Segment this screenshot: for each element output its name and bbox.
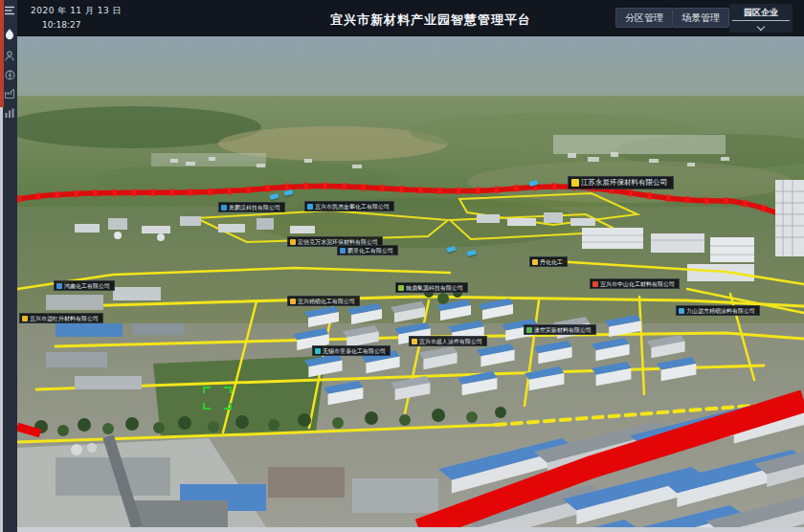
factory-icon[interactable] (4, 88, 15, 100)
company-marker-icon (290, 239, 296, 245)
company-marker-icon (398, 285, 404, 291)
vehicle-marker[interactable] (529, 180, 539, 187)
company-label[interactable]: 澳世荣新材料有限公司 (524, 324, 596, 335)
company-label[interactable]: 无锡市亚泰化工有限公司 (312, 345, 391, 356)
map-3d-view[interactable]: 奥鹏汉科技有限公司宜兴市凯杰金攀化工有限公司宏信克万水泥环保材料有限公司鹏亚化工… (17, 36, 804, 527)
company-label-text: 宜兴市凯杰金攀化工有限公司 (315, 204, 390, 210)
chevron-down-icon (757, 23, 765, 31)
dropdown-divider (732, 20, 790, 21)
company-marker-icon (56, 283, 62, 289)
scene-management-button[interactable]: 场景管理 (672, 8, 729, 28)
company-marker-icon (526, 327, 532, 333)
left-toolbar (0, 0, 17, 532)
company-label-text: 江苏永晨环保材料有限公司 (581, 179, 667, 187)
company-label[interactable]: 江苏永晨环保材料有限公司 (568, 176, 674, 189)
company-marker-icon (315, 348, 321, 354)
company-label-text: 鹏亚化工有限公司 (347, 248, 393, 254)
vehicle-marker[interactable] (270, 193, 279, 200)
company-label[interactable]: 宜兴精细化工有限公司 (287, 296, 360, 306)
company-label[interactable]: 力山远方精细涂料有限公司 (676, 305, 760, 316)
company-marker-icon (412, 339, 417, 344)
dropdown-label: 园区企业 (729, 4, 793, 19)
company-marker-icon (307, 204, 313, 210)
company-label-text: 奥鹏汉科技有限公司 (229, 205, 280, 211)
company-label-text: 丹化化工 (540, 259, 563, 265)
company-label[interactable]: 宜兴市凯杰金攀化工有限公司 (304, 201, 394, 211)
company-label-text: 宜兴市远红外材料有限公司 (30, 316, 99, 321)
company-label-text: 宜兴市中山化工材料有限公司 (600, 281, 675, 287)
company-marker-icon (571, 179, 579, 187)
vehicle-marker[interactable] (284, 189, 294, 196)
flame-icon[interactable] (4, 29, 15, 40)
toolbar-scroll-strip (0, 107, 3, 532)
user-icon[interactable] (4, 50, 15, 61)
bracket-corner (224, 403, 232, 410)
smart-park-platform-window: 2020 年 11 月 13 日 10:18:27 宜兴市新材料产业园智慧管理平… (0, 0, 804, 532)
company-marker-icon (290, 299, 296, 304)
company-label-text: 宜兴市超人涂件有限公司 (419, 339, 482, 344)
bracket-corner (224, 387, 232, 393)
company-marker-icon (221, 205, 227, 211)
company-label[interactable]: 宜兴市超人涂件有限公司 (409, 336, 487, 346)
company-marker-icon (532, 259, 538, 265)
company-label-text: 力山远方精细涂料有限公司 (686, 308, 755, 314)
company-label-text: 宏信克万水泥环保材料有限公司 (298, 239, 378, 245)
company-label[interactable]: 鹏亚化工有限公司 (337, 245, 398, 255)
page-title: 宜兴市新材料产业园智慧管理平台 (330, 11, 531, 29)
current-date: 2020 年 11 月 13 日 (31, 5, 122, 17)
park-enterprise-dropdown[interactable]: 园区企业 (729, 4, 793, 33)
company-label[interactable]: 奥鹏汉科技有限公司 (218, 202, 285, 212)
power-icon[interactable] (4, 69, 15, 80)
company-label[interactable]: 丹化化工 (529, 256, 568, 267)
window-bottom-edge (0, 527, 804, 532)
selection-bracket (203, 387, 232, 410)
company-label-text: 鸿鑫化工有限公司 (64, 283, 110, 289)
vehicle-marker[interactable] (447, 246, 457, 253)
company-label[interactable]: 翰鼎氢源科技有限公司 (395, 282, 468, 293)
top-header-bar: 2020 年 11 月 13 日 10:18:27 宜兴市新材料产业园智慧管理平… (17, 0, 804, 36)
company-label-layer: 奥鹏汉科技有限公司宜兴市凯杰金攀化工有限公司宏信克万水泥环保材料有限公司鹏亚化工… (17, 36, 804, 527)
company-marker-icon (340, 248, 346, 254)
company-marker-icon (22, 316, 28, 321)
bracket-corner (203, 387, 211, 393)
company-label-text: 澳世荣新材料有限公司 (534, 327, 592, 333)
current-time: 10:18:27 (42, 20, 80, 30)
company-label-text: 翰鼎氢源科技有限公司 (406, 285, 463, 291)
company-label-text: 无锡市亚泰化工有限公司 (323, 348, 386, 354)
company-marker-icon (679, 308, 684, 314)
bar-chart-icon[interactable] (4, 107, 15, 119)
company-label[interactable]: 宜兴市远红外材料有限公司 (19, 313, 103, 323)
company-label[interactable]: 宜兴市中山化工材料有限公司 (590, 278, 680, 289)
company-label-text: 宜兴精细化工有限公司 (298, 299, 355, 304)
menu-icon[interactable] (4, 5, 15, 16)
bracket-corner (203, 403, 211, 410)
company-label[interactable]: 鸿鑫化工有限公司 (54, 280, 115, 291)
vehicle-marker[interactable] (467, 250, 477, 256)
company-marker-icon (592, 281, 598, 287)
zone-management-button[interactable]: 分区管理 (615, 8, 673, 28)
